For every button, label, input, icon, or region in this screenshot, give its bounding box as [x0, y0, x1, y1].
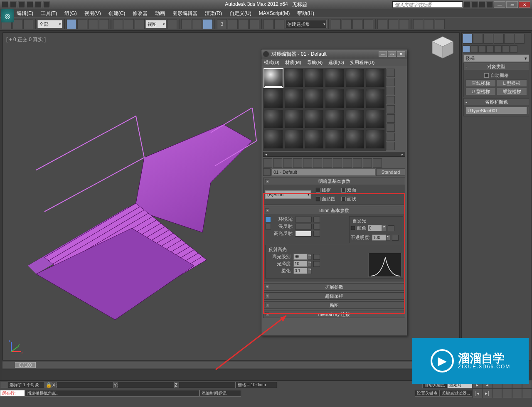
show-in-vp-icon[interactable]	[343, 158, 352, 168]
make-unique-icon[interactable]	[313, 158, 322, 168]
material-slot-19[interactable]	[264, 129, 283, 149]
move-icon[interactable]	[113, 19, 123, 29]
options-icon[interactable]	[387, 123, 395, 132]
material-slot-12[interactable]	[365, 89, 385, 109]
save-icon[interactable]	[27, 1, 33, 8]
rendered-frame-icon[interactable]	[424, 19, 434, 29]
me-menu-utilities[interactable]: 实用程序(U)	[350, 59, 374, 66]
video-check-icon[interactable]	[387, 105, 395, 113]
lock-icon[interactable]: 🔒	[45, 382, 52, 388]
material-slot-17[interactable]	[345, 109, 365, 129]
menu-rendering[interactable]: 渲染(R)	[205, 10, 222, 17]
pivot-icon[interactable]	[167, 19, 177, 29]
me-menu-modes[interactable]: 模式(D)	[264, 59, 279, 66]
material-slot-1[interactable]	[264, 68, 283, 88]
object-color-swatch[interactable]	[528, 107, 529, 114]
material-slot-11[interactable]	[345, 89, 365, 109]
material-slot-22[interactable]	[325, 129, 345, 149]
opacity-input[interactable]	[372, 234, 386, 241]
material-slot-8[interactable]	[284, 89, 304, 109]
search-icon[interactable]	[464, 1, 470, 8]
motion-tab-icon[interactable]	[494, 34, 504, 44]
shapes-cat-icon[interactable]	[470, 45, 478, 53]
material-slot-9[interactable]	[304, 89, 324, 109]
curve-editor-icon[interactable]	[377, 19, 387, 29]
material-slot-2[interactable]	[284, 68, 304, 88]
material-slot-3[interactable]	[304, 68, 324, 88]
addtimetag[interactable]: 添加时间标记	[200, 390, 241, 397]
comm-icon[interactable]	[471, 1, 478, 8]
material-editor-icon[interactable]	[399, 19, 409, 29]
track-bar[interactable]	[2, 369, 460, 380]
autogrid-checkbox[interactable]	[484, 73, 489, 78]
rollout-maps-header[interactable]: +贴图	[264, 302, 405, 308]
menu-maxscript[interactable]: MAXScript(M)	[259, 10, 290, 16]
undo-icon[interactable]	[35, 1, 42, 8]
menu-views[interactable]: 视图(V)	[84, 10, 101, 17]
script-icon[interactable]	[0, 382, 7, 388]
soften-spinner[interactable]: ▴▾	[308, 268, 312, 274]
diffuse-lock-icon[interactable]	[265, 224, 271, 229]
slot-scrollbar[interactable]: ◂▸	[263, 152, 405, 157]
systems-cat-icon[interactable]	[510, 45, 517, 53]
y-input[interactable]	[118, 382, 175, 388]
diffuse-map-button[interactable]	[313, 224, 320, 229]
material-slot-21[interactable]	[304, 129, 324, 149]
dialog-minimize-button[interactable]: —	[379, 51, 387, 57]
keyfilter-button[interactable]: 关键点过滤器...	[440, 390, 472, 397]
spec-level-map-button[interactable]	[313, 254, 320, 260]
percent-snap-icon[interactable]	[239, 19, 249, 29]
rollout-objecttype-header[interactable]: -对象类型	[464, 63, 529, 70]
rotate-icon[interactable]	[124, 19, 134, 29]
straight-stair-button[interactable]: 直线楼梯	[466, 79, 496, 87]
material-slot-15[interactable]	[304, 109, 324, 129]
menu-animation[interactable]: 动画	[155, 10, 165, 17]
category-dropdown[interactable]: 楼梯▾	[463, 54, 529, 62]
align-icon[interactable]	[342, 19, 352, 29]
wire-checkbox[interactable]	[316, 188, 320, 192]
pick-material-icon[interactable]	[263, 168, 271, 176]
menu-group[interactable]: 组(G)	[64, 10, 76, 17]
manip-icon[interactable]	[181, 19, 191, 29]
rollout-blinn-header[interactable]: -Blinn 基本参数	[264, 207, 405, 214]
rollout-namecolor-header[interactable]: -名称和颜色	[464, 99, 529, 105]
preview-icon[interactable]	[387, 114, 395, 123]
opacity-spinner[interactable]: ▴▾	[386, 234, 390, 241]
spec-level-input[interactable]	[293, 254, 308, 260]
reset-map-icon[interactable]	[293, 158, 302, 168]
refcoord-dropdown[interactable]: 视图	[145, 20, 166, 28]
facemap-checkbox[interactable]	[316, 197, 320, 201]
rollout-supersampling-header[interactable]: +超级采样	[264, 293, 405, 299]
diffuse-color-swatch[interactable]	[295, 224, 312, 229]
selfillum-value-input[interactable]	[368, 225, 382, 231]
hierarchy-tab-icon[interactable]	[483, 34, 493, 44]
material-name-input[interactable]	[271, 168, 375, 176]
named-sel-icon[interactable]	[264, 19, 273, 29]
close-button[interactable]: ✕	[519, 1, 530, 8]
lights-cat-icon[interactable]	[478, 45, 486, 53]
schematic-icon[interactable]	[388, 19, 398, 29]
mirror-icon[interactable]	[331, 19, 341, 29]
ambient-color-swatch[interactable]	[295, 217, 312, 222]
get-material-icon[interactable]	[263, 158, 272, 168]
viewcube[interactable]	[428, 33, 457, 62]
material-slot-4[interactable]	[325, 68, 345, 88]
help-search-input[interactable]	[392, 1, 463, 8]
display-tab-icon[interactable]	[504, 34, 514, 44]
material-slot-6[interactable]	[365, 68, 385, 88]
menu-help[interactable]: 帮助(H)	[297, 10, 314, 17]
material-slot-5[interactable]	[345, 68, 365, 88]
go-sibling-icon[interactable]	[373, 158, 382, 168]
geometry-cat-icon[interactable]	[463, 45, 470, 53]
menu-tools[interactable]: 工具(T)	[41, 10, 57, 17]
sample-uv-icon[interactable]	[387, 96, 395, 104]
cameras-cat-icon[interactable]	[486, 45, 494, 53]
help-icon[interactable]	[486, 1, 493, 8]
l-stair-button[interactable]: L 型楼梯	[497, 79, 527, 87]
glossiness-input[interactable]	[293, 261, 308, 267]
menu-customize[interactable]: 自定义(U)	[229, 10, 251, 17]
selfillum-color-checkbox[interactable]	[351, 226, 355, 230]
make-copy-icon[interactable]	[303, 158, 312, 168]
faceted-checkbox[interactable]	[341, 197, 346, 201]
viewport-label[interactable]: [ + 0 正交 0 真实 ]	[6, 36, 46, 43]
